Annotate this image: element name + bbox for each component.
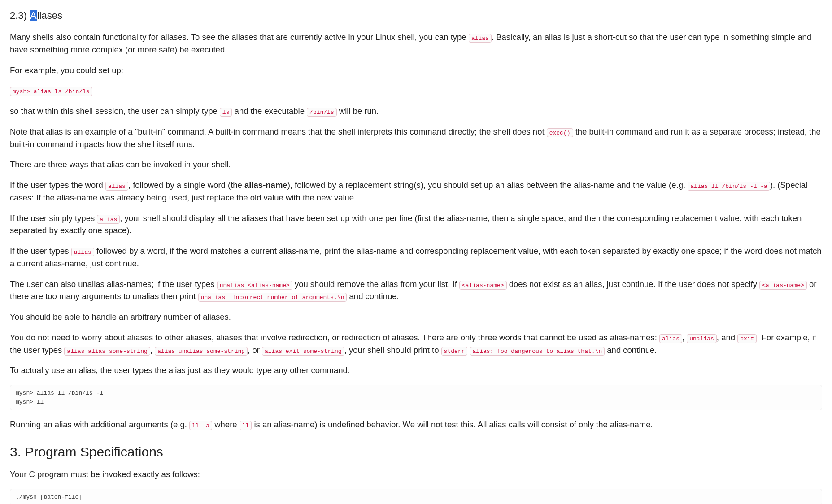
text bbox=[467, 345, 470, 355]
text: where bbox=[212, 420, 240, 429]
inline-code-exec: exec() bbox=[547, 128, 573, 137]
text: Note that alias is an example of a "buil… bbox=[10, 127, 547, 136]
inline-code: alias unalias some-string bbox=[155, 347, 248, 356]
paragraph: If the user types the word alias, follow… bbox=[10, 179, 822, 204]
paragraph: Note that alias is an example of a "buil… bbox=[10, 126, 822, 151]
inline-code-aliasname: <alias-name> bbox=[759, 281, 807, 290]
text: , or bbox=[248, 345, 262, 355]
text: followed by a word, if the word matches … bbox=[10, 246, 821, 268]
inline-code-exit: exit bbox=[737, 334, 757, 343]
paragraph: The user can also unalias alias-names; i… bbox=[10, 278, 822, 303]
text: Many shells also contain functionality f… bbox=[10, 32, 469, 42]
inline-code-example: mysh> alias ls /bin/ls bbox=[10, 87, 92, 96]
section-title-rest: liases bbox=[37, 10, 62, 21]
inline-code-stderr: stderr bbox=[441, 347, 468, 356]
inline-code-ls: ls bbox=[220, 108, 232, 117]
inline-code-alias-ll: alias ll /bin/ls -l -a bbox=[688, 182, 770, 191]
inline-code-binls: /bin/ls bbox=[307, 108, 337, 117]
section-heading-program-spec: 3. Program Specifications bbox=[10, 442, 822, 462]
text: Running an alias with additional argumen… bbox=[10, 420, 189, 429]
text: is an alias-name) is undefined behavior.… bbox=[252, 420, 653, 429]
inline-code: alias exit some-string bbox=[262, 347, 344, 356]
text: , bbox=[150, 345, 155, 355]
text: , your shell should print to bbox=[344, 345, 441, 355]
paragraph: You should be able to handle an arbitrar… bbox=[10, 311, 822, 323]
inline-code-error: unalias: Incorrect number of arguments.\… bbox=[198, 293, 347, 302]
paragraph: If the user simply types alias, your she… bbox=[10, 212, 822, 237]
text: will be run. bbox=[337, 106, 379, 116]
text: , bbox=[682, 333, 687, 342]
text: , followed by a single word (the bbox=[128, 180, 244, 190]
text: and continue. bbox=[347, 291, 399, 301]
inline-code-alias: alias bbox=[105, 182, 128, 191]
section-number: 2.3) bbox=[10, 10, 27, 21]
inline-code-alias: alias bbox=[97, 215, 120, 224]
text: ), followed by a replacement string(s), … bbox=[287, 180, 688, 190]
text: If the user types the word bbox=[10, 180, 105, 190]
text: does not exist as an alias, just continu… bbox=[507, 279, 760, 289]
inline-code-alias: alias bbox=[71, 248, 94, 256]
text: If the user types bbox=[10, 246, 71, 256]
text: The user can also unalias alias-names; i… bbox=[10, 279, 217, 289]
inline-code-aliasname: <alias-name> bbox=[459, 281, 507, 290]
strong-aliasname: alias-name bbox=[244, 180, 287, 190]
inline-code-ll-a: ll -a bbox=[189, 421, 212, 430]
inline-code: alias alias some-string bbox=[64, 347, 150, 356]
text: you should remove the alias from your li… bbox=[292, 279, 459, 289]
code-block-alias-usage: mysh> alias ll /bin/ls -l mysh> ll bbox=[10, 385, 822, 410]
paragraph: To actually use an alias, the user types… bbox=[10, 364, 822, 377]
inline-code-unalias: unalias <alias-name> bbox=[217, 281, 292, 290]
paragraph: so that within this shell session, the u… bbox=[10, 105, 822, 117]
text: If the user simply types bbox=[10, 213, 97, 223]
paragraph: Many shells also contain functionality f… bbox=[10, 31, 822, 56]
code-line: mysh> alias ls /bin/ls bbox=[10, 84, 822, 97]
text: , your shell should display all the alia… bbox=[10, 213, 802, 235]
paragraph: Running an alias with additional argumen… bbox=[10, 418, 822, 431]
text: and the executable bbox=[232, 106, 307, 116]
section-heading-aliases: 2.3) Aliases bbox=[10, 8, 822, 23]
text: You do not need to worry about aliases t… bbox=[10, 333, 659, 342]
text: so that within this shell session, the u… bbox=[10, 106, 220, 116]
inline-code-alias: alias bbox=[469, 34, 492, 43]
text: and continue. bbox=[605, 345, 657, 355]
inline-code-ll: ll bbox=[240, 421, 252, 430]
text: , and bbox=[717, 333, 737, 342]
paragraph: If the user types alias followed by a wo… bbox=[10, 245, 822, 270]
section-letter-highlight: A bbox=[30, 10, 37, 21]
paragraph: Your C program must be invoked exactly a… bbox=[10, 468, 822, 481]
inline-code-unalias: unalias bbox=[687, 334, 717, 343]
inline-code-alias: alias bbox=[659, 334, 682, 343]
paragraph: You do not need to worry about aliases t… bbox=[10, 331, 822, 356]
paragraph: There are three ways that alias can be i… bbox=[10, 158, 822, 171]
paragraph: For example, you could set up: bbox=[10, 64, 822, 77]
inline-code-error: alias: Too dangerous to alias that.\n bbox=[470, 347, 605, 356]
code-block-invoke: ./mysh [batch-file] bbox=[10, 489, 822, 504]
